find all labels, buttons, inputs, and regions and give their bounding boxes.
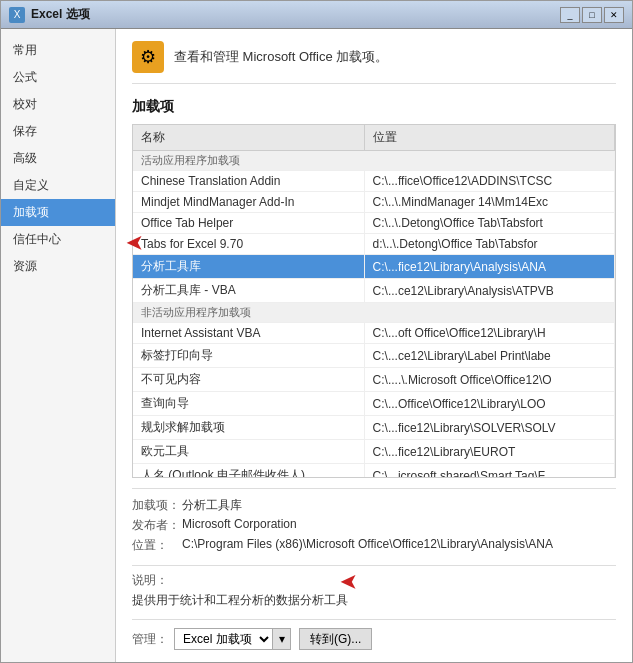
addin-location: C:\...fice12\Library\Analysis\ANA [364, 255, 614, 279]
col-name: 名称 [133, 125, 364, 151]
sidebar-item-customize[interactable]: 自定义 [1, 172, 115, 199]
info-publisher-row: 发布者： Microsoft Corporation [132, 517, 616, 534]
addin-location: C:\...icrosoft shared\Smart Tag\F [364, 464, 614, 479]
close-button[interactable]: ✕ [604, 7, 624, 23]
addin-name: 标签打印向导 [133, 344, 364, 368]
table-row[interactable]: 查询向导C:\...Office\Office12\Library\LOO [133, 392, 615, 416]
main-panel: ⚙ 查看和管理 Microsoft Office 加载项。 加载项 名称 位置 … [116, 29, 632, 662]
sidebar-item-resources[interactable]: 资源 [1, 253, 115, 280]
manage-label: 管理： [132, 631, 168, 648]
addin-location: C:\...fice12\Library\EUROT [364, 440, 614, 464]
col-location: 位置 [364, 125, 614, 151]
addin-name: 查询向导 [133, 392, 364, 416]
addin-location: C:\...ce12\Library\Analysis\ATPVB [364, 279, 614, 303]
header-text: 查看和管理 Microsoft Office 加载项。 [174, 48, 388, 66]
addin-name: 人名 (Outlook 电子邮件收件人) [133, 464, 364, 479]
info-location-value: C:\Program Files (x86)\Microsoft Office\… [182, 537, 616, 554]
addin-name: Chinese Translation Addin [133, 171, 364, 192]
manage-select-wrapper: Excel 加载项 ▾ [174, 628, 291, 650]
section-title: 加载项 [132, 98, 616, 116]
sidebar-item-formula[interactable]: 公式 [1, 64, 115, 91]
desc-label: 说明： [132, 572, 616, 589]
addin-location: C:\...fice12\Library\SOLVER\SOLV [364, 416, 614, 440]
addin-name: 分析工具库 - VBA [133, 279, 364, 303]
info-addin-value: 分析工具库 [182, 497, 616, 514]
addin-name: 分析工具库 [133, 255, 364, 279]
info-section: 加载项： 分析工具库 发布者： Microsoft Corporation 位置… [132, 488, 616, 557]
table-row[interactable]: Chinese Translation AddinC:\...ffice\Off… [133, 171, 615, 192]
addin-name: 规划求解加载项 [133, 416, 364, 440]
sidebar-item-addins[interactable]: 加载项 [1, 199, 115, 226]
info-location-label: 位置： [132, 537, 182, 554]
desc-text: 提供用于统计和工程分析的数据分析工具 [132, 592, 616, 609]
table-group-row: 非活动应用程序加载项 [133, 303, 615, 323]
table-row[interactable]: 分析工具库C:\...fice12\Library\Analysis\ANA [133, 255, 615, 279]
addin-location: C:\..\.MindManager 14\Mm14Exc [364, 192, 614, 213]
addin-location: C:\..\.Detong\Office Tab\Tabsfort [364, 213, 614, 234]
sidebar-item-general[interactable]: 常用 [1, 37, 115, 64]
sidebar-item-save[interactable]: 保存 [1, 118, 115, 145]
addin-location: C:\...oft Office\Office12\Library\H [364, 323, 614, 344]
goto-button[interactable]: 转到(G)... [299, 628, 372, 650]
sidebar-item-trustcenter[interactable]: 信任中心 [1, 226, 115, 253]
info-addin-row: 加载项： 分析工具库 [132, 497, 616, 514]
addin-location: C:\...ce12\Library\Label Print\labe [364, 344, 614, 368]
addin-name: 欧元工具 [133, 440, 364, 464]
maximize-button[interactable]: □ [582, 7, 602, 23]
table-row[interactable]: 人名 (Outlook 电子邮件收件人)C:\...icrosoft share… [133, 464, 615, 479]
addin-name: 不可见内容 [133, 368, 364, 392]
table-row[interactable]: Mindjet MindManager Add-InC:\..\.MindMan… [133, 192, 615, 213]
header-icon: ⚙ [132, 41, 164, 73]
addin-location: C:\...Office\Office12\Library\LOO [364, 392, 614, 416]
title-bar-text: Excel 选项 [31, 6, 560, 23]
info-addin-label: 加载项： [132, 497, 182, 514]
addins-table-container[interactable]: 名称 位置 活动应用程序加载项Chinese Translation Addin… [132, 124, 616, 478]
header: ⚙ 查看和管理 Microsoft Office 加载项。 [132, 41, 616, 84]
dialog-content: 常用 公式 校对 保存 高级 自定义 加载项 信任中心 [1, 29, 632, 662]
addin-name: Tabs for Excel 9.70 [133, 234, 364, 255]
table-row[interactable]: 欧元工具C:\...fice12\Library\EUROT [133, 440, 615, 464]
minimize-button[interactable]: _ [560, 7, 580, 23]
addin-location: d:\..\.Detong\Office Tab\Tabsfor [364, 234, 614, 255]
table-row[interactable]: 不可见内容C:\....\.Microsoft Office\Office12\… [133, 368, 615, 392]
table-row[interactable]: Tabs for Excel 9.70d:\..\.Detong\Office … [133, 234, 615, 255]
addin-location: C:\...ffice\Office12\ADDINS\TCSC [364, 171, 614, 192]
info-publisher-value: Microsoft Corporation [182, 517, 616, 534]
title-bar: X Excel 选项 _ □ ✕ [1, 1, 632, 29]
manage-select[interactable]: Excel 加载项 [174, 628, 273, 650]
title-bar-buttons: _ □ ✕ [560, 7, 624, 23]
addin-name: Internet Assistant VBA [133, 323, 364, 344]
manage-dropdown-button[interactable]: ▾ [273, 628, 291, 650]
info-publisher-label: 发布者： [132, 517, 182, 534]
description-section: 说明： 提供用于统计和工程分析的数据分析工具 [132, 565, 616, 609]
excel-options-dialog: X Excel 选项 _ □ ✕ 常用 公式 校对 保存 高级 [0, 0, 633, 663]
table-row[interactable]: 标签打印向导C:\...ce12\Library\Label Print\lab… [133, 344, 615, 368]
table-header-row: 名称 位置 [133, 125, 615, 151]
bottom-bar: 管理： Excel 加载项 ▾ 转到(G)... [132, 619, 616, 650]
info-location-row: 位置： C:\Program Files (x86)\Microsoft Off… [132, 537, 616, 554]
table-row[interactable]: Internet Assistant VBAC:\...oft Office\O… [133, 323, 615, 344]
sidebar: 常用 公式 校对 保存 高级 自定义 加载项 信任中心 [1, 29, 116, 662]
table-row[interactable]: 规划求解加载项C:\...fice12\Library\SOLVER\SOLV [133, 416, 615, 440]
addin-name: Mindjet MindManager Add-In [133, 192, 364, 213]
sidebar-item-proofing[interactable]: 校对 [1, 91, 115, 118]
addin-name: Office Tab Helper [133, 213, 364, 234]
table-group-row: 活动应用程序加载项 [133, 151, 615, 171]
table-row[interactable]: Office Tab HelperC:\..\.Detong\Office Ta… [133, 213, 615, 234]
title-bar-icon: X [9, 7, 25, 23]
addins-table: 名称 位置 活动应用程序加载项Chinese Translation Addin… [133, 125, 615, 478]
table-row[interactable]: 分析工具库 - VBAC:\...ce12\Library\Analysis\A… [133, 279, 615, 303]
sidebar-item-advanced[interactable]: 高级 [1, 145, 115, 172]
addin-location: C:\....\.Microsoft Office\Office12\O [364, 368, 614, 392]
